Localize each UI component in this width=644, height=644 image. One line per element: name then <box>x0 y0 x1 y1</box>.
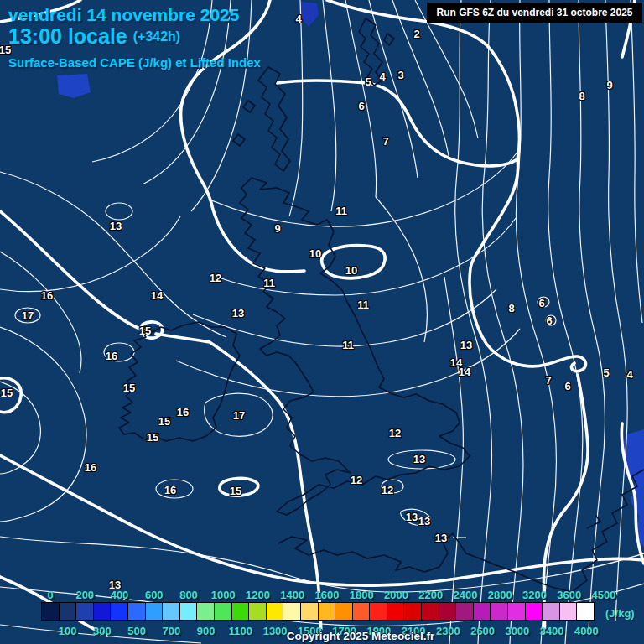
scale-cell <box>335 602 353 621</box>
lifted-index-label: 15 <box>147 432 158 443</box>
lifted-index-label: 15 <box>158 416 170 427</box>
lifted-index-label: 13 <box>435 532 447 543</box>
lifted-index-label: 13 <box>413 454 425 465</box>
lifted-index-label: 12 <box>351 475 362 486</box>
scale-tick-label: 500 <box>127 626 146 636</box>
scale-cell <box>214 602 232 621</box>
lifted-index-label: 4 <box>379 71 385 82</box>
lifted-index-label: 16 <box>85 462 96 473</box>
scale-cell <box>387 602 405 621</box>
lifted-index-label: 13 <box>232 308 244 319</box>
scale-tick-label: 4500 <box>592 589 616 600</box>
date-title: vendredi 14 novembre 2025 <box>8 5 239 25</box>
scale-cell <box>318 602 336 621</box>
lifted-index-label: 16 <box>177 407 189 418</box>
scale-tick-label: 0 <box>47 589 53 600</box>
lifted-index-label: 4 <box>295 13 301 24</box>
lifted-index-label: 13 <box>460 340 472 351</box>
scale-tick-label: 3000 <box>505 626 529 636</box>
lifted-index-label: 5 <box>603 367 609 378</box>
scale-cell <box>455 602 474 621</box>
scale-tick-label: 100 <box>59 626 77 636</box>
lifted-index-label: 12 <box>210 273 221 283</box>
lifted-index-label: 6 <box>538 298 544 309</box>
scale-cell <box>266 602 284 621</box>
scale-tick-label: 400 <box>111 589 129 600</box>
scale-tick-label: 2200 <box>418 589 443 600</box>
lifted-index-label: 13 <box>418 516 430 527</box>
scale-cell <box>110 602 128 621</box>
lifted-index-label: 16 <box>164 485 176 496</box>
scale-tick-label: 3600 <box>557 589 581 600</box>
scale-unit-label: (J/kg) <box>605 607 635 620</box>
scale-cell <box>179 602 198 621</box>
scale-tick-label: 700 <box>163 626 181 636</box>
scale-cell <box>145 602 164 621</box>
scale-cell <box>300 602 319 621</box>
lifted-index-label: 11 <box>335 205 347 216</box>
scale-tick-label: 1100 <box>229 626 252 636</box>
lifted-index-label: 7 <box>382 136 388 147</box>
scale-tick-label: 200 <box>75 589 94 600</box>
parameter-subtitle: Surface-Based CAPE (J/kg) et Lifted Inde… <box>8 55 261 70</box>
scale-tick-label: 1800 <box>350 589 374 600</box>
scale-tick-label: 300 <box>93 626 112 636</box>
lifted-index-label: 8 <box>579 91 584 101</box>
scale-tick-label: 1600 <box>315 589 340 600</box>
lifted-index-label: 13 <box>406 512 418 522</box>
scale-tick-label: 3400 <box>540 626 564 636</box>
scale-cell <box>248 602 267 621</box>
scale-cell <box>283 602 301 621</box>
scale-tick-label: 1400 <box>280 589 304 600</box>
lifted-index-label: 14 <box>459 366 470 377</box>
run-info-text: Run GFS 6Z du vendredi 31 octobre 2025 <box>436 7 632 18</box>
weather-map-page: 1542345986711139101012111416116813176151… <box>0 0 644 644</box>
scale-tick-label: 1200 <box>246 589 270 600</box>
scale-tick-label: 2000 <box>384 589 408 600</box>
scale-tick-label: 1000 <box>211 589 236 600</box>
scale-tick-label: 2600 <box>470 626 495 636</box>
lifted-index-label: 2 <box>413 29 419 39</box>
lifted-index-label: 14 <box>151 290 163 301</box>
scale-cell <box>490 602 508 621</box>
scale-cell <box>75 602 94 621</box>
scale-cell <box>93 602 112 621</box>
scale-cell <box>403 602 422 621</box>
scale-cell <box>507 602 526 621</box>
scale-tick-label: 2400 <box>454 589 478 600</box>
scale-tick-label: 2800 <box>488 589 512 600</box>
lifted-index-label: 5 <box>365 76 371 87</box>
lifted-index-label: 17 <box>233 410 245 421</box>
lifted-index-label: 11 <box>357 299 369 310</box>
scale-tick-label: 1300 <box>263 626 288 636</box>
scale-cell <box>559 602 578 621</box>
lifted-index-label: 9 <box>274 223 280 234</box>
lifted-index-label: 3 <box>397 70 403 80</box>
scale-cell <box>352 602 371 621</box>
lifted-index-label: 11 <box>342 340 354 351</box>
lifted-index-label: 17 <box>22 310 34 321</box>
scale-tick-label: 3200 <box>522 589 547 600</box>
scale-cell <box>231 602 250 621</box>
scale-cell <box>542 602 560 621</box>
lifted-index-label: 6 <box>358 101 364 112</box>
scale-cell <box>576 602 595 621</box>
lifted-index-label: 4 <box>626 369 632 380</box>
scale-cell <box>162 602 180 621</box>
lifted-index-label: 11 <box>263 278 275 288</box>
lifted-index-label: 9 <box>606 80 612 91</box>
lifted-index-label: 10 <box>345 265 357 276</box>
scale-cell <box>525 602 543 621</box>
scale-cell <box>473 602 491 621</box>
time-title: 13:00 locale (+342h) <box>8 24 180 49</box>
lifted-index-label: 6 <box>546 315 552 326</box>
run-info-box: Run GFS 6Z du vendredi 31 octobre 2025 <box>427 3 642 23</box>
scale-tick-label: 4000 <box>574 626 599 636</box>
scale-cell <box>41 602 60 621</box>
scale-cell <box>369 602 387 621</box>
lifted-index-label: 15 <box>230 486 242 496</box>
scale-tick-label: 600 <box>145 589 164 600</box>
lifted-index-label: 15 <box>123 382 135 393</box>
scale-tick-label: 2300 <box>436 626 460 636</box>
lifted-index-label: 10 <box>309 248 321 259</box>
